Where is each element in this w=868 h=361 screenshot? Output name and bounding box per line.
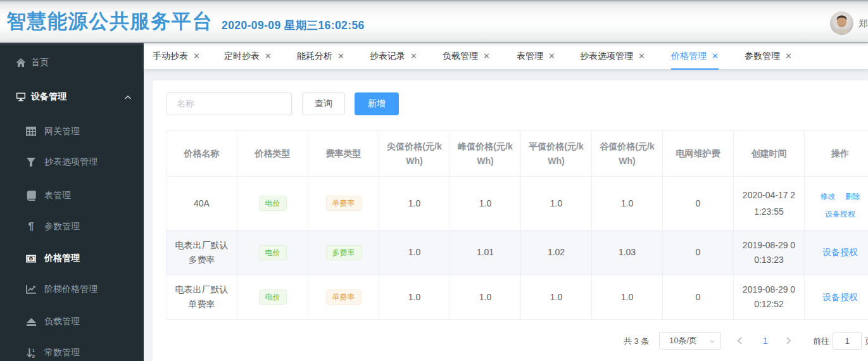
svg-text:9: 9 — [32, 353, 35, 358]
svg-text:0: 0 — [30, 256, 32, 260]
svg-text:1: 1 — [32, 348, 35, 353]
